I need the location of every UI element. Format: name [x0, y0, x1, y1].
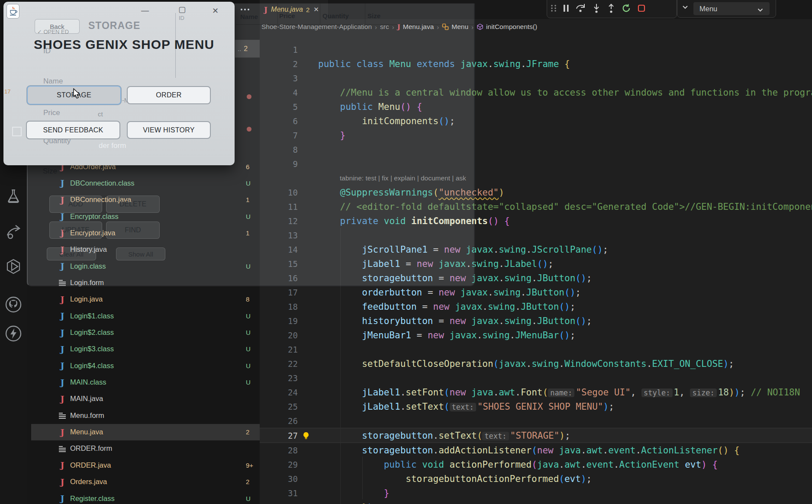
git-badge: U [246, 329, 261, 336]
code-line-28: 28 storagebutton.addActionListener(new j… [260, 443, 812, 457]
form-file-icon [58, 279, 67, 286]
tree-item-Login$4.class[interactable]: JLogin$4.classU [31, 357, 260, 374]
breadcrumb-item[interactable]: Shoe-Store-Management-Application [261, 23, 372, 31]
tree-item-Login$1.class[interactable]: JLogin$1.classU [31, 308, 260, 324]
restart-icon[interactable] [622, 3, 631, 15]
breadcrumb-separator: › [437, 23, 439, 31]
code-line-14: 14 jScrollPane1 = new javax.swing.JScrol… [260, 242, 812, 257]
code-text: //Menu is a central window allow us to a… [304, 87, 812, 98]
breadcrumb-label: Menu.java [403, 23, 434, 31]
tree-item-Login.class[interactable]: JLogin.classU [31, 258, 260, 274]
tab-menu-java[interactable]: J Menu.java 2 ✕ [260, 0, 328, 19]
tree-item-Orders.java[interactable]: JOrders.java2 [31, 474, 260, 490]
maximize-icon[interactable]: ▢ [178, 5, 186, 14]
git-badge: U [246, 180, 261, 187]
tree-item-Login.java[interactable]: JLogin.java8 [31, 291, 260, 308]
hexagon-play-icon[interactable] [5, 258, 22, 275]
tree-item-Encryptor.java[interactable]: JEncryptor.java1 [31, 225, 260, 241]
tree-item-Login$3.class[interactable]: JLogin$3.classU [31, 341, 260, 357]
tree-item-ORDER.form[interactable]: ORDER.form [31, 440, 260, 457]
thunder-client-icon[interactable] [5, 325, 22, 342]
code-line-3: 3 [260, 71, 812, 85]
step-out-icon[interactable] [607, 3, 615, 15]
line-number: 31 [260, 488, 304, 498]
chevron-down-icon[interactable] [682, 4, 689, 12]
git-badge: U [246, 345, 261, 353]
debug-config-select[interactable]: Menu [693, 2, 770, 15]
tree-item-Register.class[interactable]: JRegister.classU [31, 490, 260, 504]
tree-item-MAIN.java[interactable]: JMAIN.java [31, 391, 260, 407]
open-editor-problem-badge: 2 [244, 45, 248, 53]
code-line-26: 26 [260, 414, 812, 428]
tree-item-label: Login$2.class [70, 328, 114, 337]
class-file-icon: J [58, 361, 67, 370]
line-number: 10 [260, 188, 304, 197]
breadcrumb-label: src [380, 23, 389, 31]
github-icon[interactable] [5, 296, 22, 313]
mouse-cursor [72, 88, 81, 101]
git-badge: 2 [246, 428, 261, 436]
line-number: 28 [260, 446, 304, 455]
code-text: public class Menu extends javax.swing.JF… [304, 59, 570, 69]
code-line-12: 12 private void initComponents() { [260, 214, 812, 228]
open-editor-row[interactable]: .. 2 [235, 40, 260, 58]
git-badge: U [246, 213, 261, 220]
tree-item-label: Login.class [70, 262, 106, 270]
code-line-11: 11 // <editor-fold defaultstate="collaps… [260, 199, 812, 214]
more-actions-icon[interactable] [241, 9, 249, 10]
stop-icon[interactable] [637, 4, 646, 14]
git-badge: 9+ [246, 462, 261, 469]
tree-item-Menu.form[interactable]: Menu.form [31, 407, 260, 424]
tree-item-Login$2.class[interactable]: JLogin$2.classU [31, 324, 260, 341]
code-text: historybutton = new javax.swing.JButton(… [304, 316, 592, 326]
send-feedback-button[interactable]: SEND FEEDBACK [26, 121, 120, 139]
breadcrumb-item[interactable]: JMenu.java [397, 23, 434, 31]
line-number: 18 [260, 302, 304, 311]
tree-item-DBConnection.java[interactable]: JDBConnection.java1 [31, 192, 260, 208]
tree-item-Encryptor.class[interactable]: JEncryptor.classU [31, 208, 260, 225]
live-share-icon[interactable] [5, 223, 22, 241]
lightbulb-icon[interactable] [302, 431, 310, 439]
code-text: }); [304, 502, 378, 504]
tab-label: Menu.java [271, 6, 303, 13]
java-file-icon: J [58, 295, 67, 304]
code-text: } [304, 488, 389, 498]
tree-item-History.java[interactable]: JHistory.java [31, 241, 260, 258]
close-icon[interactable]: ✕ [313, 6, 319, 13]
tree-item-label: Encryptor.class [70, 212, 119, 221]
breadcrumb-item[interactable]: src [380, 23, 389, 31]
tree-item-DBConnection.class[interactable]: JDBConnection.classU [31, 175, 260, 191]
tree-item-MAIN.class[interactable]: JMAIN.classU [31, 374, 260, 391]
line-number: 32 [260, 503, 304, 504]
class-file-icon: J [58, 494, 67, 503]
code-editor[interactable]: 12public class Menu extends javax.swing.… [260, 35, 812, 504]
breadcrumb-item[interactable]: initComponents() [477, 23, 537, 31]
close-icon[interactable]: ✕ [212, 6, 219, 16]
code-line-27: 27 storagebutton.setText(text:"STORAGE")… [260, 428, 812, 443]
line-number: 24 [260, 388, 304, 397]
code-text: @SuppressWarnings("unchecked") [304, 187, 504, 198]
breadcrumb-item[interactable]: Menu [442, 23, 468, 31]
git-badge: U [246, 379, 261, 386]
line-number: 3 [260, 74, 304, 83]
tree-item-label: Login.java [70, 295, 103, 303]
beaker-icon[interactable] [5, 187, 22, 205]
code-text: jLabel1 = new javax.swing.JLabel(); [304, 259, 554, 269]
codelens-tabnine[interactable]: tabnine: test | fix | explain | document… [260, 171, 812, 185]
tree-item-Menu.java[interactable]: JMenu.java2 [31, 424, 260, 440]
step-over-icon[interactable] [576, 3, 586, 15]
code-line-18: 18 feedbutton = new javax.swing.JButton(… [260, 299, 812, 314]
java-file-icon: J [58, 195, 67, 205]
pause-icon[interactable] [563, 4, 570, 14]
git-badge: U [246, 263, 261, 270]
grip-icon[interactable] [551, 4, 557, 14]
view-history-button[interactable]: VIEW HISTORY [127, 121, 211, 139]
line-number: 26 [260, 416, 304, 426]
tree-item-Login.form[interactable]: Login.form [31, 274, 260, 291]
minimize-icon[interactable]: — [141, 6, 149, 15]
tree-item-label: Encryptor.java [70, 229, 116, 237]
tree-item-ORDER.java[interactable]: JORDER.java9+ [31, 457, 260, 473]
breadcrumb-separator: › [375, 23, 377, 31]
step-into-icon[interactable] [592, 3, 601, 15]
order-button[interactable]: ORDER [127, 86, 211, 104]
